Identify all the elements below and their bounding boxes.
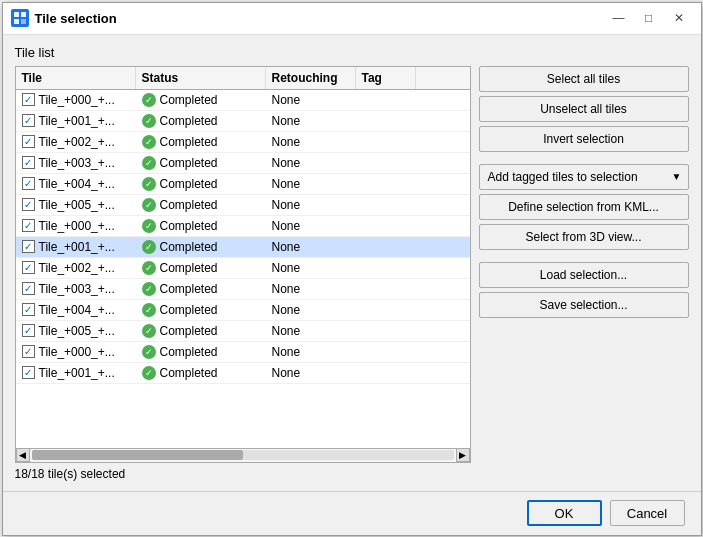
row-checkbox[interactable] xyxy=(22,345,35,358)
status-cell: ✓Completed xyxy=(136,342,266,362)
col-status: Status xyxy=(136,67,266,89)
save-selection-button[interactable]: Save selection... xyxy=(479,292,689,318)
retouching-cell: None xyxy=(266,90,356,110)
select-3d-button[interactable]: Select from 3D view... xyxy=(479,224,689,250)
table-row[interactable]: Tile_+000_+...✓CompletedNone xyxy=(16,90,470,111)
scroll-thumb[interactable] xyxy=(32,450,243,460)
row-checkbox[interactable] xyxy=(22,156,35,169)
scroll-track[interactable] xyxy=(32,450,454,460)
tile-cell: Tile_+001_+... xyxy=(16,111,136,131)
tile-table: Tile Status Retouching Tag Tile_+000_+..… xyxy=(15,66,471,463)
table-body[interactable]: Tile_+000_+...✓CompletedNoneTile_+001_+.… xyxy=(16,90,470,448)
table-row[interactable]: Tile_+000_+...✓CompletedNone xyxy=(16,342,470,363)
add-tagged-button[interactable]: Add tagged tiles to selection ▼ xyxy=(479,164,689,190)
row-checkbox[interactable] xyxy=(22,282,35,295)
status-completed-icon: ✓ xyxy=(142,345,156,359)
table-row[interactable]: Tile_+000_+...✓CompletedNone xyxy=(16,216,470,237)
col-tag: Tag xyxy=(356,67,416,89)
row-checkbox[interactable] xyxy=(22,324,35,337)
status-completed-icon: ✓ xyxy=(142,219,156,233)
retouching-cell: None xyxy=(266,258,356,278)
retouching-cell: None xyxy=(266,363,356,383)
tag-cell xyxy=(356,328,416,334)
tag-cell xyxy=(356,118,416,124)
tile-cell: Tile_+000_+... xyxy=(16,216,136,236)
row-checkbox[interactable] xyxy=(22,93,35,106)
svg-rect-0 xyxy=(14,12,19,17)
table-row[interactable]: Tile_+002_+...✓CompletedNone xyxy=(16,258,470,279)
cancel-button[interactable]: Cancel xyxy=(610,500,685,526)
table-row[interactable]: Tile_+005_+...✓CompletedNone xyxy=(16,195,470,216)
app-icon xyxy=(11,9,29,27)
retouching-cell: None xyxy=(266,216,356,236)
svg-rect-3 xyxy=(21,19,26,24)
status-completed-icon: ✓ xyxy=(142,324,156,338)
status-cell: ✓Completed xyxy=(136,237,266,257)
tile-cell: Tile_+000_+... xyxy=(16,90,136,110)
ok-button[interactable]: OK xyxy=(527,500,602,526)
dropdown-arrow-icon: ▼ xyxy=(672,171,682,182)
tag-cell xyxy=(356,370,416,376)
buttons-panel: Select all tiles Unselect all tiles Inve… xyxy=(479,66,689,463)
tile-cell: Tile_+004_+... xyxy=(16,174,136,194)
select-all-button[interactable]: Select all tiles xyxy=(479,66,689,92)
status-cell: ✓Completed xyxy=(136,258,266,278)
main-row: Tile Status Retouching Tag Tile_+000_+..… xyxy=(15,66,689,463)
status-cell: ✓Completed xyxy=(136,363,266,383)
tile-cell: Tile_+001_+... xyxy=(16,237,136,257)
table-row[interactable]: Tile_+003_+...✓CompletedNone xyxy=(16,153,470,174)
table-row[interactable]: Tile_+002_+...✓CompletedNone xyxy=(16,132,470,153)
status-cell: ✓Completed xyxy=(136,153,266,173)
status-cell: ✓Completed xyxy=(136,300,266,320)
window-title: Tile selection xyxy=(35,11,605,26)
status-completed-icon: ✓ xyxy=(142,240,156,254)
row-checkbox[interactable] xyxy=(22,198,35,211)
retouching-cell: None xyxy=(266,132,356,152)
table-row[interactable]: Tile_+001_+...✓CompletedNone xyxy=(16,363,470,384)
tag-cell xyxy=(356,202,416,208)
row-checkbox[interactable] xyxy=(22,366,35,379)
table-row[interactable]: Tile_+004_+...✓CompletedNone xyxy=(16,174,470,195)
load-selection-button[interactable]: Load selection... xyxy=(479,262,689,288)
define-kml-button[interactable]: Define selection from KML... xyxy=(479,194,689,220)
tag-cell xyxy=(356,286,416,292)
row-checkbox[interactable] xyxy=(22,219,35,232)
footer: OK Cancel xyxy=(3,491,701,535)
tag-cell xyxy=(356,244,416,250)
retouching-cell: None xyxy=(266,279,356,299)
tag-cell xyxy=(356,181,416,187)
status-completed-icon: ✓ xyxy=(142,198,156,212)
title-bar: Tile selection — □ ✕ xyxy=(3,3,701,35)
status-cell: ✓Completed xyxy=(136,195,266,215)
retouching-cell: None xyxy=(266,111,356,131)
status-cell: ✓Completed xyxy=(136,111,266,131)
row-checkbox[interactable] xyxy=(22,240,35,253)
unselect-all-button[interactable]: Unselect all tiles xyxy=(479,96,689,122)
scroll-left-arrow[interactable]: ◀ xyxy=(16,448,30,462)
scroll-right-arrow[interactable]: ▶ xyxy=(456,448,470,462)
table-row[interactable]: Tile_+001_+...✓CompletedNone xyxy=(16,237,470,258)
status-cell: ✓Completed xyxy=(136,279,266,299)
table-row[interactable]: Tile_+005_+...✓CompletedNone xyxy=(16,321,470,342)
invert-selection-button[interactable]: Invert selection xyxy=(479,126,689,152)
row-checkbox[interactable] xyxy=(22,114,35,127)
table-row[interactable]: Tile_+001_+...✓CompletedNone xyxy=(16,111,470,132)
retouching-cell: None xyxy=(266,321,356,341)
row-checkbox[interactable] xyxy=(22,261,35,274)
row-checkbox[interactable] xyxy=(22,135,35,148)
row-checkbox[interactable] xyxy=(22,177,35,190)
row-checkbox[interactable] xyxy=(22,303,35,316)
table-header: Tile Status Retouching Tag xyxy=(16,67,470,90)
table-row[interactable]: Tile_+004_+...✓CompletedNone xyxy=(16,300,470,321)
tile-cell: Tile_+001_+... xyxy=(16,363,136,383)
status-text: 18/18 tile(s) selected xyxy=(15,467,689,481)
maximize-button[interactable]: □ xyxy=(635,7,663,29)
col-retouching: Retouching xyxy=(266,67,356,89)
status-completed-icon: ✓ xyxy=(142,282,156,296)
minimize-button[interactable]: — xyxy=(605,7,633,29)
close-button[interactable]: ✕ xyxy=(665,7,693,29)
horizontal-scrollbar[interactable]: ◀ ▶ xyxy=(16,448,470,462)
table-row[interactable]: Tile_+003_+...✓CompletedNone xyxy=(16,279,470,300)
tile-cell: Tile_+002_+... xyxy=(16,132,136,152)
window-controls: — □ ✕ xyxy=(605,7,693,29)
